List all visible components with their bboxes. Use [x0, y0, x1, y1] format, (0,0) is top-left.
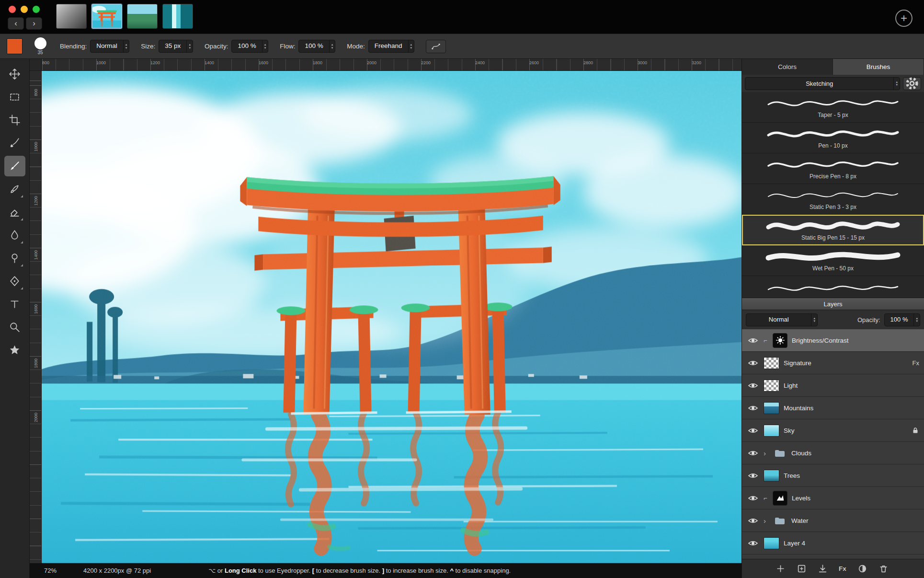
layer-row-signature[interactable]: Signature Fx — [742, 352, 924, 374]
vertical-ruler: 8001000 12001400 16001800 2000 — [30, 71, 42, 563]
document-thumbnail-3[interactable] — [127, 4, 158, 29]
canvas[interactable] — [42, 71, 741, 563]
visibility-eye-icon[interactable] — [747, 359, 759, 367]
maximize-button[interactable] — [33, 6, 40, 13]
brush-item[interactable]: Wet Pen - 50 px — [742, 245, 924, 276]
stepper-icon[interactable]: ▴▾ — [262, 40, 268, 52]
visibility-eye-icon[interactable] — [747, 337, 759, 344]
layer-blend-dropdown[interactable]: Normal ▴▾ — [746, 313, 818, 326]
brush-stroke-preview — [756, 247, 910, 266]
visibility-eye-icon[interactable] — [747, 540, 759, 547]
brush-item[interactable]: Precise Pen - 8 px — [742, 153, 924, 184]
layer-row-brightness-contrast[interactable]: ⌐ Brightness/Contrast — [742, 329, 924, 352]
size-input[interactable]: 35 px ▴▾ — [159, 40, 193, 53]
add-layer-button[interactable] — [776, 564, 786, 574]
close-button[interactable] — [9, 6, 16, 13]
visibility-eye-icon[interactable] — [747, 495, 759, 502]
insert-layer-button[interactable] — [797, 564, 807, 574]
layer-name: Signature — [784, 359, 811, 367]
layer-row-clouds[interactable]: › Clouds — [742, 442, 924, 464]
favourites-tool[interactable] — [4, 340, 25, 360]
layer-thumbnail — [764, 425, 779, 437]
brush-item[interactable]: Taper - 5 px — [742, 92, 924, 123]
mode-label: Mode: — [347, 43, 365, 50]
ruler-corner — [30, 59, 42, 71]
flow-input[interactable]: 100 % ▴▾ — [298, 40, 335, 53]
visibility-eye-icon[interactable] — [747, 450, 759, 457]
visibility-eye-icon[interactable] — [747, 427, 759, 434]
folder-icon — [773, 448, 787, 458]
mesh-warp-tool[interactable] — [4, 271, 25, 291]
stepper-icon[interactable]: ▴▾ — [186, 40, 193, 52]
stepper-icon[interactable]: ▴▾ — [123, 40, 129, 52]
brush-settings-button[interactable] — [903, 77, 921, 90]
document-info: 4200 x 2200px @ 72 ppi — [83, 567, 151, 574]
horizontal-ruler: 8001000 12001400 16001800 20002200 24002… — [30, 59, 741, 71]
text-tool[interactable] — [4, 294, 25, 314]
expand-chevron-icon[interactable]: › — [764, 449, 768, 457]
mode-dropdown[interactable]: Freehand ▴▾ — [368, 40, 414, 53]
document-thumbnail-1[interactable] — [56, 4, 87, 29]
move-tool[interactable] — [4, 64, 25, 84]
layer-row-layer4[interactable]: Layer 4 — [742, 532, 924, 555]
fx-badge[interactable]: Fx — [913, 359, 919, 367]
lock-icon[interactable] — [912, 427, 919, 434]
brush-category-dropdown[interactable]: Sketching ▴▾ — [745, 77, 900, 90]
layer-row-trees[interactable]: Trees — [742, 464, 924, 487]
blur-tool[interactable] — [4, 225, 25, 245]
visibility-eye-icon[interactable] — [747, 382, 759, 389]
layer-row-water[interactable]: › Water — [742, 509, 924, 532]
brush-stroke-preview — [756, 278, 910, 297]
stepper-icon[interactable]: ▴▾ — [913, 314, 920, 326]
brush-size-preview: 35 — [29, 37, 51, 55]
forward-button[interactable]: › — [26, 17, 42, 30]
back-button[interactable]: ‹ — [8, 17, 24, 30]
pixel-brush-tool[interactable] — [4, 179, 25, 199]
brush-item[interactable]: Static Pen 3 - 3 px — [742, 184, 924, 215]
document-thumbnail-2-active[interactable] — [91, 4, 122, 29]
visibility-eye-icon[interactable] — [747, 517, 759, 524]
tab-brushes[interactable]: Brushes — [833, 59, 924, 75]
layer-thumbnail — [764, 470, 779, 482]
blending-dropdown[interactable]: Normal ▴▾ — [90, 40, 129, 53]
brush-item[interactable] — [742, 276, 924, 298]
stabiliser-button[interactable] — [426, 40, 446, 53]
vector-brush-tool[interactable] — [4, 133, 25, 153]
eraser-tool[interactable] — [4, 202, 25, 222]
minimize-button[interactable] — [21, 6, 28, 13]
layer-row-mountains[interactable]: Mountains — [742, 397, 924, 419]
layer-effects-button[interactable]: Fx — [839, 565, 846, 572]
layer-row-levels[interactable]: ⌐ Levels — [742, 487, 924, 509]
brush-tip-preview — [34, 37, 46, 49]
delete-layer-button[interactable] — [878, 564, 889, 574]
crop-tool[interactable] — [4, 110, 25, 130]
marquee-selection-tool[interactable] — [4, 87, 25, 107]
stepper-icon[interactable]: ▴▾ — [408, 40, 414, 52]
adjustment-button[interactable] — [857, 564, 867, 574]
layers-toolbar: Fx — [742, 559, 924, 578]
visibility-eye-icon[interactable] — [747, 405, 759, 412]
brush-item[interactable]: Pen - 10 px — [742, 123, 924, 153]
visibility-eye-icon[interactable] — [747, 472, 759, 479]
opacity-input[interactable]: 100 % ▴▾ — [231, 40, 268, 53]
canvas-painting — [42, 71, 741, 563]
tab-colors[interactable]: Colors — [742, 59, 833, 75]
layer-name: Clouds — [791, 450, 811, 457]
layer-row-sky[interactable]: Sky — [742, 419, 924, 442]
brush-item-selected[interactable]: Static Big Pen 15 - 15 px — [742, 215, 924, 245]
clone-tool[interactable] — [4, 248, 25, 268]
stepper-icon[interactable]: ▴▾ — [329, 40, 335, 52]
stepper-icon[interactable]: ▴▾ — [811, 314, 817, 326]
expand-chevron-icon[interactable]: › — [764, 517, 768, 525]
layer-opacity-input[interactable]: 100 % ▴▾ — [884, 313, 920, 326]
size-label: Size: — [141, 43, 155, 50]
color-swatch[interactable] — [7, 38, 23, 54]
new-document-button[interactable]: + — [895, 10, 913, 27]
zoom-tool[interactable] — [4, 317, 25, 337]
document-thumbnail-4[interactable] — [162, 4, 193, 29]
paint-brush-tool[interactable] — [4, 156, 25, 176]
stepper-icon[interactable]: ▴▾ — [893, 78, 900, 90]
import-layer-button[interactable] — [818, 564, 828, 574]
layer-row-partial[interactable] — [742, 555, 924, 558]
layer-row-light[interactable]: Light — [742, 374, 924, 397]
